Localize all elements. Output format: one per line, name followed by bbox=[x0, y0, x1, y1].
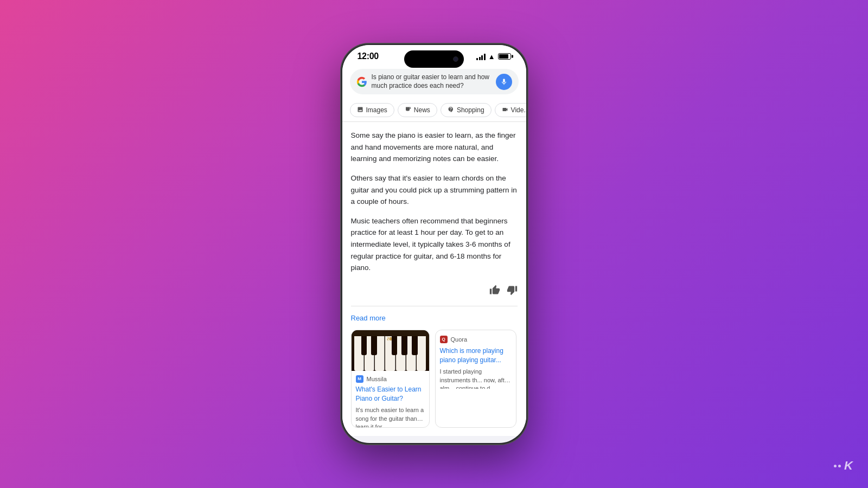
signal-bar-3 bbox=[481, 55, 483, 60]
answer-paragraph-2: Others say that it's easier to learn cho… bbox=[351, 172, 518, 208]
tab-news[interactable]: News bbox=[398, 103, 437, 117]
quora-card-snippet: I started playing instruments th... now,… bbox=[436, 368, 516, 389]
mic-button[interactable] bbox=[496, 74, 512, 90]
card-image-piano: ❧ bbox=[352, 330, 429, 371]
search-query-text: Is piano or guitar easier to learn and h… bbox=[372, 73, 492, 90]
dynamic-island bbox=[404, 50, 464, 68]
quora-favicon: Q bbox=[440, 336, 448, 343]
search-bar[interactable]: Is piano or guitar easier to learn and h… bbox=[350, 69, 519, 94]
watermark-dot-1 bbox=[834, 465, 837, 467]
signal-bar-2 bbox=[479, 57, 481, 60]
card-source-mussila: M Mussila bbox=[352, 371, 429, 385]
read-more-link[interactable]: Read more bbox=[351, 314, 518, 322]
knowtechie-watermark: K bbox=[834, 459, 853, 473]
thumbs-down-button[interactable] bbox=[507, 285, 518, 298]
tab-news-label: News bbox=[414, 106, 430, 114]
signal-bar-1 bbox=[476, 58, 478, 60]
phone-screen: 12:00 ▲ bbox=[342, 45, 526, 443]
video-icon bbox=[502, 106, 508, 114]
signal-bars-icon bbox=[476, 53, 486, 60]
watermark-dot-2 bbox=[838, 465, 841, 467]
search-results-content: Some say the piano is easier to learn, a… bbox=[342, 122, 526, 436]
wifi-icon: ▲ bbox=[488, 53, 495, 61]
images-icon bbox=[357, 106, 363, 114]
shopping-icon bbox=[448, 106, 454, 114]
mussila-card-title[interactable]: What's Easier to Learn Piano or Guitar? bbox=[352, 385, 429, 407]
camera-dot bbox=[453, 56, 458, 62]
answer-paragraph-1: Some say the piano is easier to learn, a… bbox=[351, 130, 518, 165]
tab-shopping[interactable]: Shopping bbox=[441, 103, 492, 117]
status-bar: 12:00 ▲ bbox=[342, 45, 526, 65]
signal-bar-4 bbox=[484, 54, 486, 60]
card-source-quora: Q Quora bbox=[436, 330, 516, 346]
watermark-dots bbox=[834, 465, 841, 467]
mussila-source-name: Mussila bbox=[367, 376, 387, 382]
quora-card-title[interactable]: Which is more playing piano playing guit… bbox=[436, 346, 516, 368]
feedback-row bbox=[351, 281, 518, 306]
answer-paragraph-3: Music teachers often recommend that begi… bbox=[351, 215, 518, 274]
source-card-mussila[interactable]: ❧ M Mussila What's Easier to Learn Piano… bbox=[351, 330, 430, 428]
tab-images[interactable]: Images bbox=[350, 103, 394, 117]
tab-videos[interactable]: Vide... bbox=[495, 103, 526, 117]
mic-icon bbox=[500, 78, 508, 86]
mussila-card-snippet: It's much easier to learn a song for the… bbox=[352, 406, 429, 427]
search-bar-container: Is piano or guitar easier to learn and h… bbox=[342, 65, 526, 100]
mussila-favicon: M bbox=[356, 375, 363, 383]
status-time: 12:00 bbox=[358, 52, 379, 61]
thumbs-up-button[interactable] bbox=[489, 285, 500, 298]
tab-videos-label: Vide... bbox=[511, 106, 526, 114]
source-card-quora[interactable]: Q Quora Which is more playing piano play… bbox=[435, 330, 516, 428]
filter-tabs: Images News Shopping Vide... bbox=[342, 100, 526, 122]
source-cards-row: ❧ M Mussila What's Easier to Learn Piano… bbox=[351, 330, 518, 428]
tab-images-label: Images bbox=[366, 106, 387, 114]
status-icons: ▲ bbox=[476, 53, 510, 61]
google-logo-icon bbox=[356, 76, 367, 87]
battery-icon bbox=[498, 53, 511, 60]
phone-frame: 12:00 ▲ bbox=[341, 43, 528, 445]
battery-fill bbox=[499, 54, 508, 59]
quora-source-name: Quora bbox=[451, 336, 468, 343]
watermark-k-letter: K bbox=[844, 459, 853, 473]
news-icon bbox=[405, 106, 411, 114]
tab-shopping-label: Shopping bbox=[457, 106, 484, 114]
